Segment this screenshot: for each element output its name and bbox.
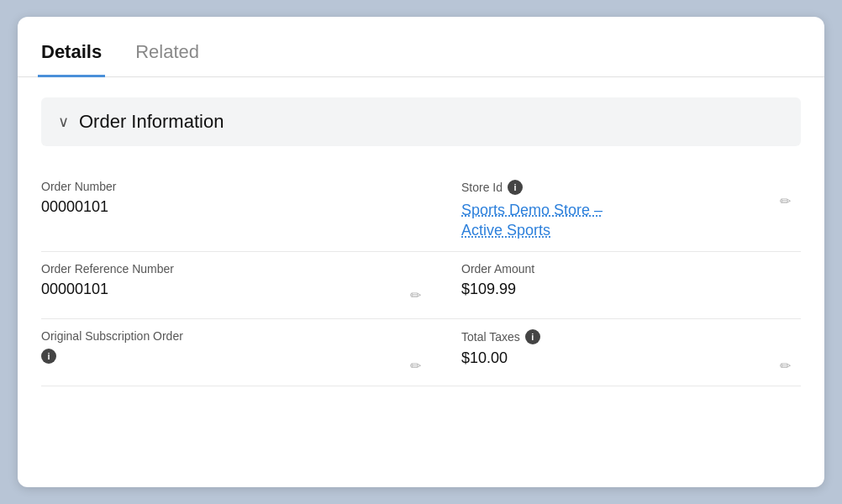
store-id-info-icon[interactable]: i bbox=[508, 180, 523, 195]
order-number-field: Order Number 00000101 bbox=[41, 170, 421, 252]
total-taxes-value: $10.00 bbox=[461, 349, 794, 367]
content-area: ∨ Order Information Order Number 0000010… bbox=[18, 77, 824, 407]
tab-bar: Details Related bbox=[18, 17, 824, 77]
order-ref-field: Order Reference Number 00000101 ✏ bbox=[41, 252, 421, 319]
store-id-edit-icon[interactable]: ✏ bbox=[780, 193, 791, 209]
order-ref-label: Order Reference Number bbox=[41, 262, 414, 276]
order-number-label: Order Number bbox=[41, 180, 414, 193]
total-taxes-label: Total Taxes i bbox=[461, 329, 794, 344]
order-number-value: 00000101 bbox=[41, 198, 414, 216]
fields-grid: Order Number 00000101 Store Id i Sports … bbox=[41, 170, 801, 386]
section-title: Order Information bbox=[79, 111, 224, 133]
order-amount-field: Order Amount $109.99 bbox=[421, 252, 801, 319]
store-id-label: Store Id i bbox=[461, 180, 794, 195]
tab-related-label: Related bbox=[135, 41, 199, 62]
tab-related[interactable]: Related bbox=[132, 41, 203, 77]
orig-sub-field: Original Subscription Order i ✏ bbox=[41, 319, 421, 386]
main-card: Details Related ∨ Order Information Orde… bbox=[18, 17, 824, 487]
total-taxes-field: Total Taxes i $10.00 ✏ bbox=[421, 319, 801, 386]
order-ref-value: 00000101 bbox=[41, 281, 414, 298]
store-id-field: Store Id i Sports Demo Store – Active Sp… bbox=[421, 170, 801, 252]
tab-details-label: Details bbox=[41, 41, 102, 62]
order-ref-edit-icon[interactable]: ✏ bbox=[410, 287, 421, 303]
chevron-icon: ∨ bbox=[58, 113, 69, 131]
orig-sub-label: Original Subscription Order bbox=[41, 329, 414, 343]
store-id-value[interactable]: Sports Demo Store – Active Sports bbox=[461, 200, 794, 241]
orig-sub-info-icon[interactable]: i bbox=[41, 349, 56, 364]
order-amount-label: Order Amount bbox=[461, 262, 794, 276]
order-amount-value: $109.99 bbox=[461, 281, 794, 298]
tab-details[interactable]: Details bbox=[38, 41, 105, 77]
section-header[interactable]: ∨ Order Information bbox=[41, 97, 801, 146]
total-taxes-edit-icon[interactable]: ✏ bbox=[780, 358, 791, 374]
orig-sub-edit-icon[interactable]: ✏ bbox=[410, 358, 421, 374]
total-taxes-info-icon[interactable]: i bbox=[525, 329, 540, 344]
